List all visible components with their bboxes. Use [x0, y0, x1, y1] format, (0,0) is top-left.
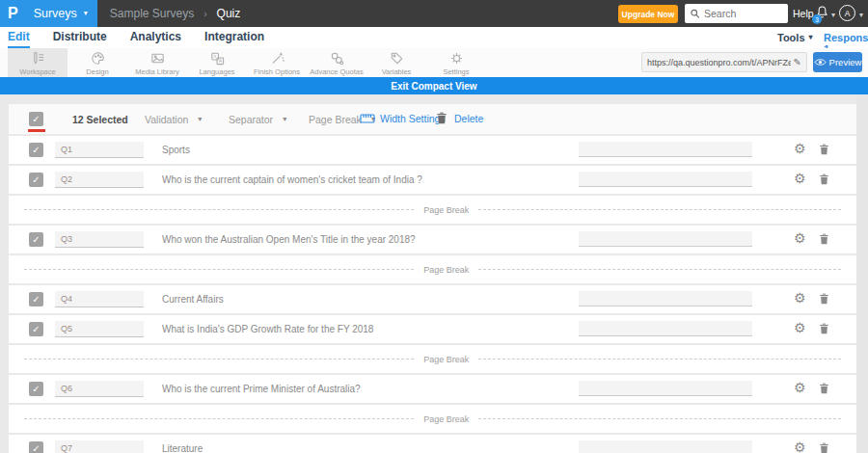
question-width-input[interactable]: [579, 231, 752, 247]
select-all-checkbox[interactable]: ✓: [29, 112, 43, 126]
product-switcher-label: Surveys: [34, 7, 77, 20]
tab-edit[interactable]: Edit: [8, 27, 30, 48]
survey-url-box: ✎: [641, 52, 807, 72]
question-row: ✓ Who is the current Prime Minister of A…: [9, 375, 856, 403]
preview-button[interactable]: Preview: [813, 52, 862, 72]
check-icon: ✓: [32, 443, 40, 453]
question-code-input[interactable]: [55, 321, 144, 337]
eye-icon: [814, 58, 827, 67]
row-gear-icon[interactable]: ⚙: [794, 291, 806, 306]
breadcrumb: Sample Surveys › Quiz: [110, 7, 240, 20]
question-width-input[interactable]: [579, 381, 752, 396]
page-break-dash: [478, 359, 841, 360]
tab-integration[interactable]: Integration: [204, 27, 264, 48]
row-trash-icon[interactable]: [819, 382, 829, 395]
toolbar-item-settings[interactable]: Settings: [426, 48, 486, 77]
separator-dropdown-label: Separator: [229, 114, 273, 125]
trash-icon: [436, 111, 448, 125]
tab-analytics[interactable]: Analytics: [130, 27, 181, 48]
question-code-input[interactable]: [55, 231, 144, 248]
row-checkbox[interactable]: ✓: [29, 322, 43, 336]
help-link[interactable]: Help: [793, 8, 814, 19]
survey-url-input[interactable]: [647, 58, 791, 67]
product-switcher[interactable]: Surveys ▾: [34, 7, 88, 20]
page-break-dash: [478, 418, 841, 419]
toolbar-item-design[interactable]: Design: [68, 48, 127, 77]
row-trash-icon[interactable]: [819, 441, 829, 453]
question-code-input[interactable]: [55, 142, 144, 158]
question-code-input[interactable]: [55, 440, 144, 453]
question-text: What is India's GDP Growth Rate for the …: [162, 324, 373, 334]
finish-options-wand-icon: [269, 50, 285, 67]
row-gear-icon[interactable]: ⚙: [794, 172, 806, 186]
width-settings-button[interactable]: Width Settings: [360, 113, 446, 124]
page-break-dash: [478, 269, 841, 270]
tools-menu[interactable]: Tools ▾: [777, 32, 813, 43]
row-checkbox[interactable]: ✓: [29, 173, 43, 187]
question-width-input[interactable]: [579, 321, 752, 336]
row-trash-icon[interactable]: [819, 292, 829, 306]
notifications-caret-icon[interactable]: ▾: [831, 11, 835, 19]
tab-distribute[interactable]: Distribute: [53, 27, 107, 48]
row-checkbox[interactable]: ✓: [29, 232, 43, 247]
exit-compact-view-bar[interactable]: Exit Compact View: [0, 77, 868, 94]
row-gear-icon[interactable]: ⚙: [794, 381, 806, 395]
question-list-area: ✓ 12 Selected Validation ▾ Separator ▾ P…: [0, 94, 868, 453]
row-checkbox[interactable]: ✓: [29, 382, 43, 396]
search-input[interactable]: [704, 8, 783, 19]
survey-toolbar: Workspace Design Media Library xA Langua…: [0, 48, 868, 77]
search-box[interactable]: [685, 4, 788, 23]
workspace-icon: [30, 50, 46, 67]
separator-dropdown[interactable]: Separator ▾: [229, 114, 286, 125]
row-checkbox[interactable]: ✓: [29, 292, 43, 306]
delete-button[interactable]: Delete: [436, 111, 483, 125]
row-trash-icon[interactable]: [819, 232, 829, 246]
svg-text:A: A: [218, 58, 222, 64]
page-break-dash: [478, 209, 841, 210]
question-row: ✓ Literature ⚙: [9, 435, 856, 453]
toolbar-item-finish-options[interactable]: Finish Options: [247, 48, 307, 77]
question-width-input[interactable]: [579, 440, 752, 453]
account-caret-icon[interactable]: ▾: [859, 11, 863, 19]
notification-badge: 3: [812, 14, 822, 24]
question-code-input[interactable]: [55, 172, 144, 188]
toolbar-item-advance-quotas[interactable]: Advance Quotas: [307, 48, 366, 77]
toolbar-label: Workspace: [19, 67, 55, 76]
breadcrumb-parent[interactable]: Sample Surveys: [110, 7, 194, 20]
toolbar-item-variables[interactable]: Variables: [366, 48, 426, 77]
edit-url-pencil-icon[interactable]: ✎: [794, 57, 801, 67]
question-code-input[interactable]: [55, 381, 144, 397]
row-trash-icon[interactable]: [819, 322, 829, 335]
design-palette-icon: [90, 50, 106, 67]
question-text: Sports: [162, 145, 190, 155]
notifications-bell[interactable]: 3: [815, 5, 830, 21]
row-gear-icon[interactable]: ⚙: [794, 231, 806, 246]
row-trash-icon[interactable]: [819, 143, 829, 156]
chevron-down-icon: ▾: [283, 116, 286, 123]
main-nav-tabs: Edit Distribute Analytics Integration To…: [0, 27, 868, 48]
validation-dropdown[interactable]: Validation ▾: [145, 114, 202, 125]
page-break-row: Page Break: [9, 255, 856, 283]
row-gear-icon[interactable]: ⚙: [794, 440, 806, 453]
row-gear-icon[interactable]: ⚙: [794, 321, 806, 335]
row-checkbox[interactable]: ✓: [29, 143, 43, 157]
avatar[interactable]: A: [839, 5, 855, 21]
page-break-label: Page Break: [414, 265, 478, 275]
vertical-scrollbar[interactable]: [856, 94, 868, 453]
questionpro-logo: P: [8, 5, 18, 22]
question-width-input[interactable]: [579, 291, 752, 306]
question-width-input[interactable]: [579, 172, 752, 187]
page-break-label: Page Break: [414, 355, 478, 364]
check-icon: ✓: [32, 114, 40, 124]
upgrade-now-button[interactable]: Upgrade Now: [618, 5, 678, 23]
toolbar-item-workspace[interactable]: Workspace: [8, 48, 68, 77]
question-width-input[interactable]: [579, 142, 752, 157]
row-checkbox[interactable]: ✓: [29, 441, 43, 453]
row-trash-icon[interactable]: [819, 173, 829, 186]
question-code-input[interactable]: [55, 291, 144, 307]
row-gear-icon[interactable]: ⚙: [794, 142, 806, 156]
page-break-row: Page Break: [9, 196, 856, 224]
toolbar-item-media-library[interactable]: Media Library: [127, 48, 187, 77]
page-break-row: Page Break: [9, 345, 856, 373]
toolbar-item-languages[interactable]: xA Languages: [187, 48, 247, 77]
